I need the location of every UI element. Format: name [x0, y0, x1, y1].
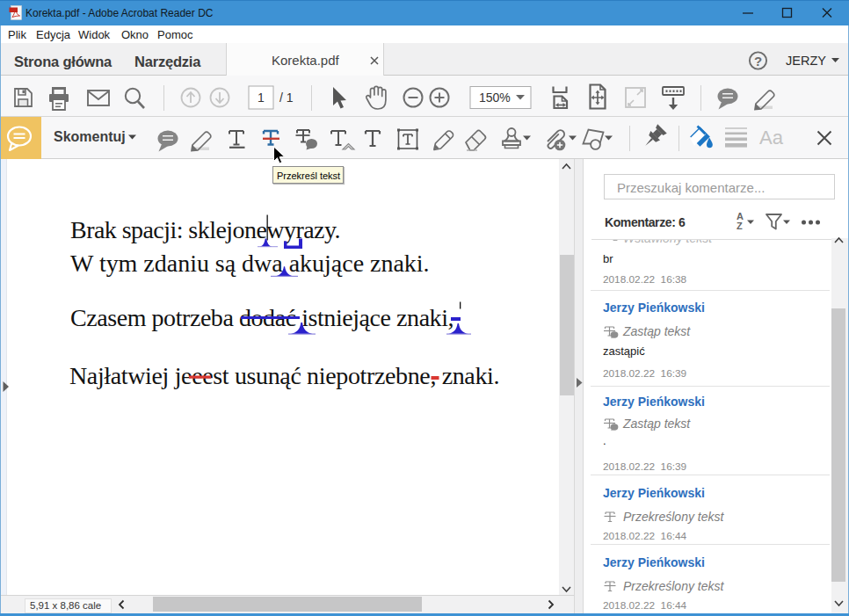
svg-text:1: 1 [258, 91, 265, 105]
svg-text:Aa: Aa [759, 127, 784, 149]
svg-text:Z: Z [737, 221, 743, 231]
svg-text:/ 1: / 1 [279, 91, 294, 105]
svg-text:150%: 150% [479, 91, 511, 105]
svg-text:JERZY: JERZY [786, 54, 826, 68]
svg-text:?: ? [754, 54, 762, 69]
